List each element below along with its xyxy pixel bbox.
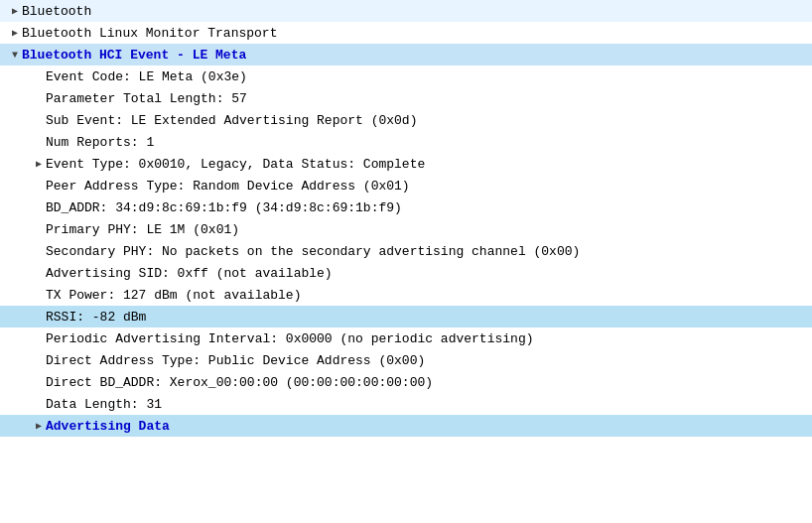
tree-row-bluetooth-hci-event[interactable]: ▼ Bluetooth HCI Event - LE Meta	[0, 44, 812, 65]
tree-row-direct-bd-addr[interactable]: Direct BD_ADDR: Xerox_00:00:00 (00:00:00…	[0, 371, 812, 393]
row-label: Bluetooth Linux Monitor Transport	[22, 26, 277, 41]
tree-container[interactable]: ▶ Bluetooth▶ Bluetooth Linux Monitor Tra…	[0, 0, 812, 523]
tree-row-primary-phy[interactable]: Primary PHY: LE 1M (0x01)	[0, 218, 812, 240]
tree-row-num-reports[interactable]: Num Reports: 1	[0, 131, 812, 153]
tree-row-advertising-sid[interactable]: Advertising SID: 0xff (not available)	[0, 262, 812, 284]
row-label: Sub Event: LE Extended Advertising Repor…	[46, 113, 417, 128]
toggle-icon[interactable]: ▼	[8, 50, 22, 61]
tree-row-bd-addr[interactable]: BD_ADDR: 34:d9:8c:69:1b:f9 (34:d9:8c:69:…	[0, 196, 812, 218]
tree-row-data-length[interactable]: Data Length: 31	[0, 393, 812, 415]
tree-row-advertising-data[interactable]: ▶ Advertising Data	[0, 415, 812, 437]
row-label: RSSI: -82 dBm	[46, 310, 146, 325]
row-label: BD_ADDR: 34:d9:8c:69:1b:f9 (34:d9:8c:69:…	[46, 200, 402, 215]
row-label: Advertising Data	[46, 419, 170, 434]
row-label: Data Length: 31	[46, 397, 162, 412]
row-label: Bluetooth HCI Event - LE Meta	[22, 48, 246, 63]
tree-row-bluetooth-linux-monitor[interactable]: ▶ Bluetooth Linux Monitor Transport	[0, 22, 812, 44]
tree-row-peer-address-type[interactable]: Peer Address Type: Random Device Address…	[0, 175, 812, 196]
row-label: Event Code: LE Meta (0x3e)	[46, 69, 247, 84]
tree-row-event-type[interactable]: ▶ Event Type: 0x0010, Legacy, Data Statu…	[0, 153, 812, 175]
row-label: Event Type: 0x0010, Legacy, Data Status:…	[46, 157, 425, 172]
row-label: Num Reports: 1	[46, 135, 154, 150]
row-label: Periodic Advertising Interval: 0x0000 (n…	[46, 331, 533, 346]
tree-row-direct-address-type[interactable]: Direct Address Type: Public Device Addre…	[0, 349, 812, 371]
row-label: Advertising SID: 0xff (not available)	[46, 266, 333, 281]
toggle-icon[interactable]: ▶	[8, 27, 22, 39]
toggle-icon[interactable]: ▶	[8, 5, 22, 17]
tree-row-bluetooth[interactable]: ▶ Bluetooth	[0, 0, 812, 22]
row-label: Secondary PHY: No packets on the seconda…	[46, 244, 580, 259]
tree-row-secondary-phy[interactable]: Secondary PHY: No packets on the seconda…	[0, 240, 812, 262]
toggle-icon[interactable]: ▶	[32, 158, 46, 170]
tree-row-tx-power[interactable]: TX Power: 127 dBm (not available)	[0, 284, 812, 306]
tree-row-rssi[interactable]: RSSI: -82 dBm	[0, 306, 812, 327]
row-label: TX Power: 127 dBm (not available)	[46, 288, 301, 303]
toggle-icon[interactable]: ▶	[32, 420, 46, 432]
row-label: Peer Address Type: Random Device Address…	[46, 179, 410, 194]
row-label: Parameter Total Length: 57	[46, 91, 247, 106]
tree-row-periodic-advertising-interval[interactable]: Periodic Advertising Interval: 0x0000 (n…	[0, 327, 812, 349]
tree-row-param-total-length[interactable]: Parameter Total Length: 57	[0, 87, 812, 109]
tree-row-event-code[interactable]: Event Code: LE Meta (0x3e)	[0, 65, 812, 87]
row-label: Bluetooth	[22, 4, 91, 19]
row-label: Direct BD_ADDR: Xerox_00:00:00 (00:00:00…	[46, 375, 433, 390]
row-label: Primary PHY: LE 1M (0x01)	[46, 222, 239, 237]
tree-row-sub-event[interactable]: Sub Event: LE Extended Advertising Repor…	[0, 109, 812, 131]
row-label: Direct Address Type: Public Device Addre…	[46, 353, 425, 368]
